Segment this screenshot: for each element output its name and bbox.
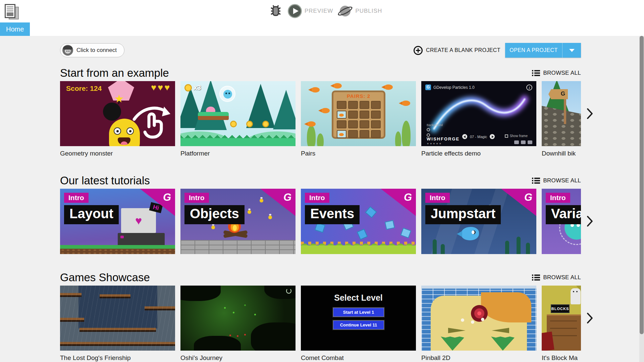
card-cell bbox=[348, 111, 358, 119]
thumbnail-pinball bbox=[421, 286, 536, 351]
start-level-button-graphic: Start at Level 1 bbox=[333, 308, 384, 317]
seaweed-shape bbox=[526, 243, 530, 254]
scroll-right-examples-button[interactable] bbox=[583, 107, 597, 120]
character-shape bbox=[571, 288, 581, 304]
card-cell-revealed bbox=[337, 130, 346, 138]
monster-tongue bbox=[120, 141, 128, 145]
card-label: Comet Combat bbox=[301, 354, 416, 362]
platform-dirt bbox=[198, 116, 229, 120]
intro-badge: Intro bbox=[64, 193, 89, 203]
showcase-card-oshi[interactable]: Oshi's Journey bbox=[180, 286, 296, 362]
light-dots bbox=[461, 318, 464, 322]
hearts-icon: ♥♥♥ bbox=[151, 82, 171, 93]
seaweed-shape bbox=[517, 237, 521, 254]
red-specks bbox=[229, 335, 231, 336]
main-toolbar: PREVIEW PUBLISH Home bbox=[0, 0, 644, 36]
scrollbar-track[interactable] bbox=[639, 36, 644, 362]
seaweed-shape bbox=[505, 241, 509, 254]
thumbnail-downhill-bike: G bbox=[542, 81, 581, 146]
flame-shape bbox=[233, 225, 237, 231]
create-blank-project-button[interactable]: CREATE A BLANK PROJECT bbox=[414, 46, 500, 55]
effect-name-text: 07 - Magic bbox=[470, 135, 487, 139]
tutorial-card-objects[interactable]: G Intro Objects bbox=[180, 189, 296, 254]
card-cell bbox=[371, 111, 381, 119]
browse-all-label: BROWSE ALL bbox=[543, 274, 581, 281]
card-cell bbox=[348, 130, 358, 138]
thumbnail-particle-effects: G GDevelop Particles 1.0 i Background 07… bbox=[421, 81, 536, 146]
card-label: Pinball 2D bbox=[421, 354, 536, 362]
prev-arrow-icon bbox=[462, 134, 467, 139]
example-card-platformer[interactable]: x3 Platformer bbox=[180, 81, 296, 157]
discord-icon bbox=[528, 140, 532, 144]
gdevelop-logo-icon: G bbox=[404, 191, 412, 203]
terrain-shape bbox=[180, 286, 221, 301]
showcase-card-blocks[interactable]: BLOCKS It's Block Ma bbox=[542, 286, 581, 362]
pairs-grid bbox=[337, 101, 381, 138]
example-card-downhill-bike[interactable]: G Downhill bik bbox=[542, 81, 581, 157]
seaweed-shape bbox=[433, 239, 437, 254]
preview-button[interactable]: PREVIEW bbox=[288, 4, 333, 18]
section-title: Start from an example bbox=[60, 67, 169, 79]
plus-icon bbox=[414, 46, 423, 55]
flipper-shape bbox=[448, 328, 466, 333]
twitter-icon bbox=[521, 140, 526, 144]
tutorial-title: Jumpstart bbox=[425, 205, 501, 224]
section-title: Games Showcase bbox=[60, 271, 150, 284]
youtube-icon bbox=[514, 140, 519, 144]
top-actions-row: Click to connect CREATE A BLANK PROJECT … bbox=[60, 43, 581, 58]
card-cell bbox=[360, 111, 369, 119]
intro-badge: Intro bbox=[546, 193, 570, 203]
coin-shape bbox=[230, 121, 237, 127]
gdevelop-logo-icon: G bbox=[283, 191, 291, 203]
open-project-button[interactable]: OPEN A PROJECT bbox=[505, 43, 581, 58]
tutorial-card-jumpstart[interactable]: G Intro Jumpstart bbox=[421, 189, 536, 254]
browse-all-showcase-button[interactable]: BROWSE ALL bbox=[532, 274, 581, 281]
scroll-right-showcase-button[interactable] bbox=[583, 311, 597, 325]
browse-all-tutorials-button[interactable]: BROWSE ALL bbox=[532, 177, 581, 184]
open-project-dropdown-button[interactable] bbox=[562, 43, 581, 58]
stone-wall-shape bbox=[180, 240, 296, 254]
seaweed-shape bbox=[395, 131, 401, 146]
open-project-label: OPEN A PROJECT bbox=[505, 43, 562, 58]
debug-button[interactable] bbox=[268, 4, 283, 18]
seaweed-shape bbox=[317, 133, 324, 146]
bee-shape bbox=[248, 210, 251, 214]
tutorial-card-layout[interactable]: ♥ Hi G Intro Layout bbox=[60, 189, 175, 254]
tutorial-card-events[interactable]: G Intro Events bbox=[301, 189, 416, 254]
grass-fan-shape bbox=[491, 337, 515, 351]
tutorial-card-variables[interactable]: +1 Intro Variab bbox=[542, 189, 581, 254]
showcase-card-lost-dog[interactable]: The Lost Dog's Frienship bbox=[60, 286, 175, 362]
browse-all-examples-button[interactable]: BROWSE ALL bbox=[532, 70, 581, 76]
example-card-pairs[interactable]: PAIRS: 2 Pairs bbox=[301, 81, 416, 157]
fish-shape bbox=[384, 84, 393, 90]
playfield-orange-shape bbox=[481, 292, 531, 322]
terrain-shape bbox=[251, 322, 296, 351]
coin-icon bbox=[184, 84, 192, 92]
project-manager-icon[interactable] bbox=[5, 4, 20, 21]
list-icon bbox=[532, 177, 540, 184]
tab-home[interactable]: Home bbox=[0, 22, 30, 36]
bumper-shape bbox=[471, 305, 488, 322]
card-cell bbox=[337, 101, 346, 109]
card-cell bbox=[337, 120, 346, 128]
thumbnail-geometry-monster: Score: 124 ♥♥♥ bbox=[60, 81, 175, 146]
list-icon bbox=[532, 274, 540, 281]
particles-title-text: GDevelop Particles 1.0 bbox=[433, 85, 475, 90]
showcase-card-pinball[interactable]: Pinball 2D bbox=[421, 286, 536, 362]
select-level-heading: Select Level bbox=[301, 293, 416, 303]
coin-shape bbox=[246, 121, 253, 127]
showcase-card-comet-combat[interactable]: Select Level Start at Level 1 Continue L… bbox=[301, 286, 416, 362]
scrollbar-thumb[interactable] bbox=[640, 36, 644, 334]
gdevelop-logo-icon: G bbox=[524, 191, 532, 203]
color-swatch bbox=[427, 128, 430, 131]
avatar-eye-shape bbox=[68, 51, 69, 52]
show-frame-label: Show frame bbox=[510, 134, 528, 138]
player-shape bbox=[223, 90, 232, 99]
scroll-right-tutorials-button[interactable] bbox=[583, 215, 597, 228]
example-card-geometry-monster[interactable]: Score: 124 ♥♥♥ bbox=[60, 81, 175, 157]
publish-button[interactable]: PUBLISH bbox=[338, 4, 382, 18]
rain-overlay bbox=[60, 286, 175, 351]
example-card-particle-effects[interactable]: G GDevelop Particles 1.0 i Background 07… bbox=[421, 81, 536, 157]
connect-button[interactable]: Click to connect bbox=[60, 43, 124, 57]
pixel-sprite-shape bbox=[357, 229, 368, 240]
